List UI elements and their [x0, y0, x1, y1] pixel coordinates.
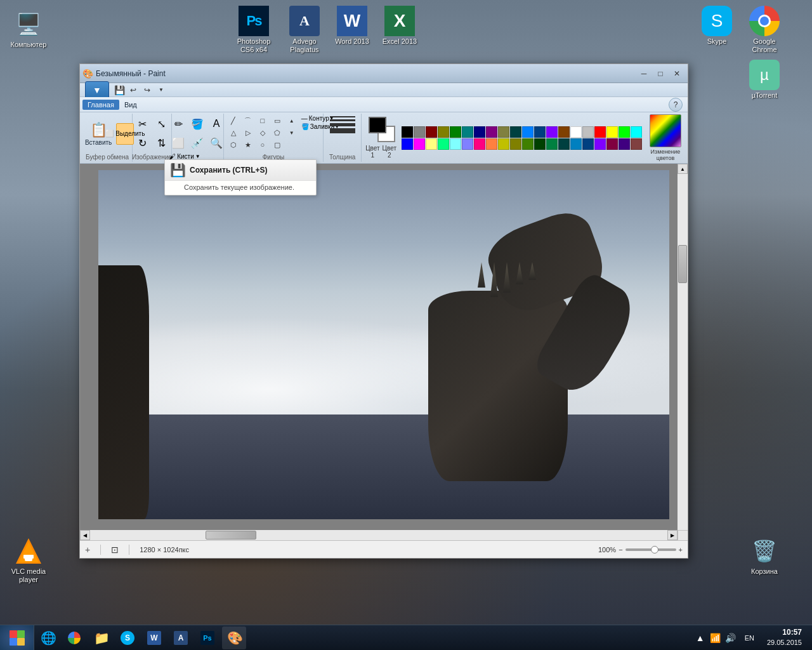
- palette-color[interactable]: [534, 126, 546, 138]
- menu-home[interactable]: Главная: [82, 100, 119, 110]
- thickness-2[interactable]: [330, 119, 355, 121]
- paint-canvas-area[interactable]: ▲ ▼ ◀ ▶: [80, 164, 688, 540]
- desktop-icon-photoshop[interactable]: Ps PhotoshopCS6 x64: [228, 3, 279, 56]
- select-button[interactable]: ⬜ Выделить: [116, 123, 134, 145]
- desktop-icon-chrome[interactable]: Google Chrome: [739, 3, 790, 56]
- palette-color[interactable]: [402, 138, 413, 150]
- palette-color[interactable]: [546, 138, 558, 150]
- fill-btn[interactable]: 🪣: [188, 115, 206, 133]
- palette-color[interactable]: [534, 138, 546, 150]
- qa-dropdown[interactable]: ▼: [155, 84, 167, 96]
- taskbar-ie[interactable]: 🌐: [36, 627, 60, 649]
- minimize-button[interactable]: ─: [636, 67, 652, 80]
- palette-color[interactable]: [606, 138, 618, 150]
- rnd-btn[interactable]: ▢: [270, 139, 284, 150]
- palette-color[interactable]: [631, 138, 642, 150]
- palette-color[interactable]: [402, 126, 413, 138]
- palette-color[interactable]: [582, 126, 594, 138]
- palette-color[interactable]: [498, 138, 509, 150]
- desktop-icon-skype[interactable]: S Skype: [691, 3, 742, 48]
- palette-color[interactable]: [558, 138, 570, 150]
- taskbar-skype[interactable]: S: [115, 627, 140, 649]
- palette-color[interactable]: [486, 138, 497, 150]
- palette-color[interactable]: [414, 126, 425, 138]
- desktop-icon-utorrent[interactable]: µ µTorrent: [739, 57, 790, 102]
- picker-btn[interactable]: 💉: [188, 134, 206, 152]
- zoom-btn[interactable]: 🔍: [207, 134, 225, 152]
- palette-color[interactable]: [450, 126, 461, 138]
- palette-color[interactable]: [606, 126, 618, 138]
- horizontal-scrollbar[interactable]: ◀ ▶: [80, 530, 678, 540]
- scroll-thumb[interactable]: [678, 245, 687, 283]
- palette-color[interactable]: [486, 126, 497, 138]
- tray-arrow[interactable]: ▲: [694, 625, 707, 651]
- zoom-thumb[interactable]: [651, 546, 658, 554]
- taskbar-word[interactable]: W: [142, 627, 166, 649]
- palette-color[interactable]: [426, 126, 437, 138]
- scroll-right-arrow[interactable]: ▶: [667, 530, 678, 540]
- diamond-btn[interactable]: ◇: [256, 127, 270, 138]
- zoom-in-btn[interactable]: +: [679, 546, 683, 554]
- taskbar-advego[interactable]: A: [169, 627, 193, 649]
- palette-color[interactable]: [414, 138, 425, 150]
- system-clock[interactable]: 10:57 29.05.2015: [762, 627, 807, 647]
- scroll-left-arrow[interactable]: ◀: [80, 530, 90, 540]
- palette-color[interactable]: [522, 126, 534, 138]
- palette-color[interactable]: [462, 126, 473, 138]
- desktop-icon-trash[interactable]: 🗑️ Корзина: [739, 533, 790, 578]
- thickness-1[interactable]: [330, 116, 355, 117]
- pencil-btn[interactable]: ✏: [169, 115, 187, 133]
- resize-btn[interactable]: ⤡: [152, 116, 170, 133]
- tray-network[interactable]: 📶: [709, 625, 722, 651]
- thickness-4[interactable]: [330, 128, 355, 133]
- palette-color[interactable]: [510, 126, 521, 138]
- palette-color[interactable]: [619, 126, 630, 138]
- zoom-slider[interactable]: [625, 548, 676, 551]
- line-btn[interactable]: ╱: [226, 115, 240, 126]
- taskbar-paint[interactable]: 🎨: [222, 627, 246, 649]
- palette-color[interactable]: [582, 138, 594, 150]
- save-quick-btn[interactable]: 💾: [113, 84, 126, 96]
- rainbow-button[interactable]: [650, 114, 681, 147]
- crop-btn[interactable]: ✂: [133, 116, 151, 133]
- star-btn[interactable]: ★: [241, 139, 255, 150]
- palette-color[interactable]: [619, 138, 630, 150]
- palette-color[interactable]: [558, 126, 570, 138]
- h-scroll-track[interactable]: [90, 530, 667, 540]
- rect2-btn[interactable]: ▭: [270, 115, 284, 126]
- tri2-btn[interactable]: ▷: [241, 127, 255, 138]
- taskbar-explorer[interactable]: 📁: [89, 627, 113, 649]
- taskbar-photoshop[interactable]: Ps: [195, 627, 219, 649]
- eraser-btn[interactable]: ⬜: [169, 134, 187, 152]
- tray-volume[interactable]: 🔊: [724, 625, 737, 651]
- add-btn[interactable]: +: [85, 545, 90, 555]
- undo-btn[interactable]: ↩: [127, 84, 140, 96]
- palette-color[interactable]: [474, 138, 485, 150]
- scroll-shapes-down[interactable]: ▼: [285, 127, 299, 138]
- scroll-shapes-up[interactable]: ▲: [285, 115, 299, 126]
- oval-btn[interactable]: ○: [256, 139, 270, 150]
- palette-color[interactable]: [594, 138, 606, 150]
- h-scroll-thumb[interactable]: [206, 531, 256, 540]
- desktop-icon-computer[interactable]: 🖥️ Компьютер: [3, 6, 54, 51]
- flip-btn[interactable]: ⇅: [152, 135, 170, 152]
- palette-color[interactable]: [462, 138, 473, 150]
- tri-btn[interactable]: △: [226, 127, 240, 138]
- pent-btn[interactable]: ⬠: [270, 127, 284, 138]
- redo-btn[interactable]: ↪: [141, 84, 154, 96]
- text-btn[interactable]: A: [207, 115, 225, 133]
- desktop-icon-word[interactable]: W Word 2013: [327, 3, 377, 48]
- palette-color[interactable]: [510, 138, 521, 150]
- palette-color[interactable]: [438, 126, 449, 138]
- paint-menu-button[interactable]: ▼: [85, 81, 109, 99]
- palette-color[interactable]: [570, 126, 582, 138]
- language-indicator[interactable]: EN: [740, 634, 759, 642]
- palette-color[interactable]: [631, 126, 642, 138]
- start-button[interactable]: [0, 625, 34, 651]
- desktop-icon-excel[interactable]: X Excel 2013: [374, 3, 425, 48]
- hex-btn[interactable]: ⬡: [226, 139, 240, 150]
- paint-canvas[interactable]: [98, 170, 669, 519]
- taskbar-chrome[interactable]: [62, 627, 86, 649]
- palette-color[interactable]: [594, 126, 606, 138]
- color1-swatch[interactable]: [369, 117, 386, 133]
